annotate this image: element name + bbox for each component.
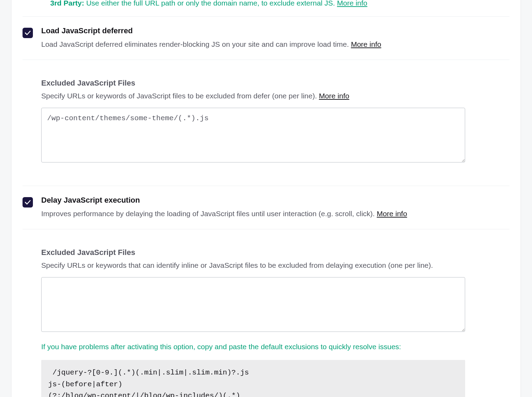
defer-js-more-info-link[interactable]: More info [351,40,381,48]
defer-excluded-desc: Specify URLs or keywords of JavaScript f… [41,90,509,102]
defer-excluded-title: Excluded JavaScript Files [41,79,509,88]
third-party-more-info-link[interactable]: More info [337,0,367,7]
defer-js-section: Load JavaScript deferred Load JavaScript… [23,17,509,60]
checkmark-icon [25,30,31,36]
delay-excluded-textarea[interactable] [41,277,465,332]
defer-excluded-desc-text: Specify URLs or keywords of JavaScript f… [41,92,319,100]
delay-defaults-code: /jquery-?[0-9.](.*)(.min|.slim|.slim.min… [41,360,465,397]
delay-js-desc-text: Improves performance by delaying the loa… [41,210,377,218]
delay-excluded-section: Excluded JavaScript Files Specify URLs o… [23,229,509,397]
defer-excluded-more-info-link[interactable]: More info [319,92,349,100]
defer-js-title: Load JavaScript deferred [41,26,509,35]
delay-excluded-desc: Specify URLs or keywords that can identi… [41,260,509,271]
checkmark-icon [25,200,31,205]
settings-panel: 3rd Party: Use either the full URL path … [11,0,521,397]
defer-js-checkbox[interactable] [23,28,33,38]
delay-js-title: Delay JavaScript execution [41,196,509,205]
third-party-hint: 3rd Party: Use either the full URL path … [23,0,509,17]
defer-excluded-textarea[interactable] [41,108,465,162]
defer-excluded-section: Excluded JavaScript Files Specify URLs o… [23,60,509,186]
delay-js-checkbox[interactable] [23,197,33,208]
delay-js-desc: Improves performance by delaying the loa… [41,208,509,219]
delay-excluded-title: Excluded JavaScript Files [41,248,509,257]
defer-js-desc: Load JavaScript deferred eliminates rend… [41,39,509,50]
defer-js-desc-text: Load JavaScript deferred eliminates rend… [41,40,351,48]
delay-defaults-hint: If you have problems after activating th… [41,341,509,352]
third-party-label: 3rd Party: [50,0,84,7]
delay-js-more-info-link[interactable]: More info [377,210,407,218]
third-party-desc: Use either the full URL path or only the… [86,0,335,7]
delay-js-section: Delay JavaScript execution Improves perf… [23,186,509,229]
